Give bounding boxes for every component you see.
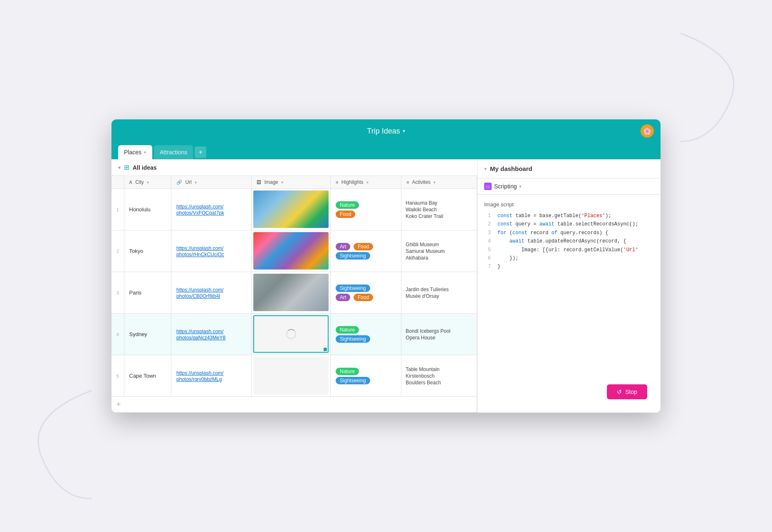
scripting-svg: { } [485, 184, 490, 189]
cell-highlights-2[interactable]: Art Food Sightseeing [331, 230, 401, 272]
loading-spinner [286, 329, 296, 339]
user-avatar[interactable]: 🌸 [641, 124, 654, 138]
cell-url-3[interactable]: https://unsplash.com/photos/CB0Qrf8ib4I [171, 272, 252, 314]
code-line-5: 5 Image: [{url: record.getCellValue('Url… [484, 246, 654, 254]
code-editor[interactable]: 1 const table = base.getTable('Places');… [478, 212, 661, 271]
cell-highlights-5[interactable]: Nature Sightseeing [331, 355, 401, 397]
image-tokyo [253, 232, 329, 270]
url-col-dropdown[interactable]: ▾ [195, 180, 197, 185]
table-row-selected: 4 Sydney https://unsplash.com/photos/qaN… [111, 314, 477, 355]
activity-item: Koko Crater Trail [406, 213, 473, 220]
cell-image-5[interactable] [252, 355, 331, 397]
badge-nature-1[interactable]: Nature [335, 200, 397, 210]
data-table: A City ▾ 🔗 Url ▾ 🖼 Image [111, 176, 477, 413]
cell-city-5[interactable]: Cape Town [124, 355, 171, 397]
activity-item: Table Mountain [406, 366, 473, 373]
url-link-2[interactable]: https://unsplash.com/photos/rHnCkCUciQc [176, 245, 224, 257]
table-row: 3 Paris https://unsplash.com/photos/CB0Q… [111, 272, 477, 314]
cell-activities-4: Bondi Icebergs Pool Opera House [401, 314, 477, 355]
badge-sightseeing-5[interactable]: Sightseeing [335, 376, 397, 385]
code-line-2: 2 const query = await table.selectRecord… [484, 220, 654, 228]
cell-highlights-4[interactable]: Nature Sightseeing [331, 314, 401, 355]
col-header-image[interactable]: 🖼 Image ▾ [252, 176, 331, 189]
dashboard-collapse-icon[interactable]: ▾ [484, 166, 487, 172]
image-col-dropdown[interactable]: ▾ [281, 180, 283, 185]
code-line-4: 4 await table.updateRecordAsync(record, … [484, 237, 654, 245]
toolbar-collapse-icon[interactable]: ▾ [118, 165, 121, 171]
add-tab-button[interactable]: + [195, 146, 206, 158]
badge-food-1[interactable]: Food [335, 210, 397, 219]
activity-item: Akihabara [406, 255, 473, 261]
cell-url-4[interactable]: https://unsplash.com/photos/qaNcz43MeY8 [171, 314, 252, 355]
col-header-activities[interactable]: ≡ Activites ▾ [401, 176, 477, 189]
spreadsheet-panel: ▾ ⊞ All ideas A City ▾ [111, 159, 478, 413]
add-row-icon[interactable]: + [116, 400, 121, 408]
col-header-highlights[interactable]: ≡ Highlights ▾ [331, 176, 401, 189]
code-line-3: 3 for (const record of query.records) { [484, 229, 654, 237]
cell-city-2[interactable]: Tokyo [124, 230, 171, 272]
cell-image-4[interactable] [252, 314, 331, 355]
highlights-col-icon: ≡ [336, 180, 338, 185]
row-num-3: 3 [111, 272, 124, 314]
scripting-label[interactable]: Scripting [494, 183, 517, 190]
badge-art-food-3[interactable]: Art Food [335, 293, 397, 302]
url-link-5[interactable]: https://unsplash.com/photos/rqrv0bbzMLg [176, 370, 223, 382]
cell-city-4[interactable]: Sydney [124, 314, 171, 355]
url-link-1[interactable]: https://unsplash.com/photos/VxFQCqaI7pk [176, 204, 224, 216]
cell-city-3[interactable]: Paris [124, 272, 171, 314]
image-loading-sydney [253, 315, 329, 353]
activity-item: Hanauma Bay [406, 200, 473, 206]
badge-sightseeing-2[interactable]: Sightseeing [335, 251, 397, 260]
cell-url-5[interactable]: https://unsplash.com/photos/rqrv0bbzMLg [171, 355, 252, 397]
cell-activities-2: Ghibli Museum Samurai Museum Akihabara [401, 230, 477, 272]
cell-activities-3: Jardin des Tuileries Musée d'Orsay [401, 272, 477, 314]
title-dropdown-icon[interactable]: ▾ [403, 128, 405, 134]
add-row[interactable]: + [111, 397, 477, 413]
toolbar: ▾ ⊞ All ideas [111, 159, 477, 176]
col-header-url[interactable]: 🔗 Url ▾ [171, 176, 252, 189]
row-num-4: 4 [111, 314, 124, 355]
url-link-3[interactable]: https://unsplash.com/photos/CB0Qrf8ib4I [176, 287, 223, 299]
tab-places[interactable]: Places ▾ [118, 145, 152, 159]
highlights-col-dropdown[interactable]: ▾ [366, 180, 369, 185]
badge-sightseeing-3[interactable]: Sightseeing [335, 284, 397, 293]
cell-activities-5: Table Mountain Kirstenbosch Boulders Bea… [401, 355, 477, 397]
activity-item: Samurai Museum [406, 248, 473, 255]
stop-button[interactable]: ↺ Stop [607, 384, 647, 399]
dashboard-panel: ▾ My dashboard { } Scripting ▾ Image scr… [478, 159, 661, 413]
badge-nature-5[interactable]: Nature [335, 367, 397, 376]
cell-image-1[interactable] [252, 189, 331, 230]
activity-item: Boulders Beach [406, 379, 473, 386]
tab-places-dropdown[interactable]: ▾ [144, 150, 146, 155]
cell-image-3[interactable] [252, 272, 331, 314]
row-num-2: 2 [111, 230, 124, 272]
cell-url-2[interactable]: https://unsplash.com/photos/rHnCkCUciQc [171, 230, 252, 272]
stop-button-container: ↺ Stop [478, 376, 661, 413]
app-wrapper: Trip Ideas ▾ 🌸 Places ▾ Attractions + ▾ … [111, 119, 661, 413]
cell-city-1[interactable]: Honolulu [124, 189, 171, 230]
activities-col-dropdown[interactable]: ▾ [433, 180, 435, 185]
scripting-dropdown-icon[interactable]: ▾ [519, 184, 522, 189]
code-line-6: 6 }); [484, 254, 654, 262]
cell-url-1[interactable]: https://unsplash.com/photos/VxFQCqaI7pk [171, 189, 252, 230]
activity-item: Jardin des Tuileries [406, 286, 473, 293]
resize-handle[interactable] [324, 348, 327, 351]
scripting-icon: { } [484, 183, 492, 190]
stop-label: Stop [625, 388, 637, 395]
cell-highlights-3[interactable]: Sightseeing Art Food [331, 272, 401, 314]
badge-art-2[interactable]: Art Food [335, 242, 397, 251]
badge-sightseeing-4[interactable]: Sightseeing [335, 334, 397, 344]
city-col-dropdown[interactable]: ▾ [147, 180, 149, 185]
image-honolulu [253, 191, 329, 228]
col-header-rownum [111, 176, 124, 189]
cell-highlights-1[interactable]: Nature Food [331, 189, 401, 230]
col-header-city[interactable]: A City ▾ [124, 176, 171, 189]
row-num-1: 1 [111, 189, 124, 230]
activities-col-icon: ≡ [406, 180, 409, 185]
cell-image-2[interactable] [252, 230, 331, 272]
code-line-7: 7 } [484, 262, 654, 271]
badge-nature-4[interactable]: Nature [335, 325, 397, 334]
tab-attractions[interactable]: Attractions [154, 145, 193, 159]
url-link-4[interactable]: https://unsplash.com/photos/qaNcz43MeY8 [176, 329, 225, 341]
bg-curve-right [672, 25, 755, 150]
